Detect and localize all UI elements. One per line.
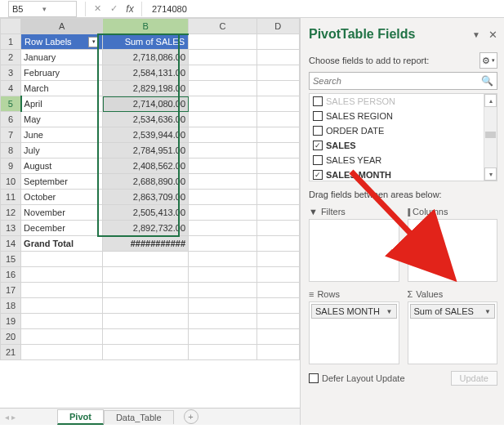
tab-data-table[interactable]: Data_Table [104,410,174,424]
row-header[interactable]: 8 [1,143,21,158]
cell[interactable]: 2,408,562.00 [103,158,189,174]
chevron-down-icon[interactable]: ▼ [472,30,480,39]
cell[interactable]: September [21,174,103,190]
field-item[interactable]: ORDER DATE [310,123,484,138]
row-header[interactable]: 5 [1,96,21,112]
cell[interactable]: 2,718,086.00 [103,50,189,65]
checkbox-icon[interactable]: ✓ [313,170,323,180]
row-header[interactable]: 1 [1,34,21,50]
tab-pivot[interactable]: Pivot [57,409,104,425]
row-header[interactable]: 12 [1,205,21,221]
cell[interactable]: August [21,158,103,174]
cell[interactable]: 2,688,890.00 [103,174,189,190]
pivot-row-labels-header[interactable]: Row Labels▾ [21,34,102,49]
cell[interactable]: ########### [103,236,189,252]
row-header[interactable]: 7 [1,127,21,143]
values-field-pill[interactable]: Sum of SALES▼ [410,304,496,319]
field-item[interactable]: ✓SALES MONTH [310,167,484,181]
checkbox-icon[interactable]: ✓ [313,141,323,150]
field-item[interactable]: SALES PERSON [310,94,484,109]
check-icon[interactable]: ✓ [105,1,122,17]
grid-area[interactable]: ABCD1Row Labels▾Sum of SALES2January2,71… [0,18,300,408]
row-header[interactable]: 4 [1,81,21,96]
rows-field-pill[interactable]: SALES MONTH▼ [311,304,397,319]
cell[interactable]: 2,539,944.00 [103,127,189,143]
col-header-A[interactable]: A [21,19,103,34]
formula-value[interactable]: 2714080 [145,4,187,14]
cell[interactable]: 2,534,636.00 [103,112,189,127]
cell[interactable]: October [21,190,103,205]
row-header[interactable]: 10 [1,174,21,190]
fx-icon[interactable]: fx [122,1,138,17]
chevron-down-icon[interactable]: ▼ [386,308,393,315]
row-header[interactable]: 14 [1,236,21,252]
row-header[interactable]: 3 [1,65,21,81]
scroll-up-icon[interactable]: ▴ [484,94,497,107]
row-header[interactable]: 9 [1,158,21,174]
row-header[interactable]: 13 [1,221,21,236]
field-item[interactable]: SALES REGION [310,109,484,123]
row-header[interactable]: 21 [1,345,21,360]
cell[interactable]: January [21,50,103,65]
row-header[interactable]: 20 [1,329,21,345]
cell[interactable]: 2,829,198.00 [103,81,189,96]
checkbox-icon[interactable] [313,155,323,165]
cell[interactable]: February [21,65,103,81]
defer-update-checkbox[interactable]: Defer Layout Update [309,373,405,383]
row-header[interactable]: 2 [1,50,21,65]
row-header[interactable]: 18 [1,298,21,314]
row-header[interactable]: 15 [1,252,21,267]
scroll-down-icon[interactable]: ▾ [484,167,497,181]
filters-dropzone[interactable] [309,219,399,282]
row-header[interactable]: 19 [1,314,21,329]
cell[interactable]: 2,584,131.00 [103,65,189,81]
chevron-down-icon[interactable]: ▼ [484,308,491,315]
filter-dropdown-icon[interactable]: ▾ [88,37,99,47]
cell[interactable]: 2,714,080.00 [103,96,189,112]
field-item[interactable]: SALES YEAR [310,153,484,167]
col-header-D[interactable]: D [256,19,299,34]
chevron-down-icon[interactable]: ▾ [42,5,73,13]
separator [141,2,142,16]
row-header[interactable]: 17 [1,283,21,298]
cell[interactable]: April [21,96,103,112]
layout-options-button[interactable]: ⚙▾ [479,52,497,69]
update-button[interactable]: Update [451,371,497,386]
col-header-C[interactable]: C [189,19,257,34]
gear-icon: ⚙ [482,56,490,66]
cell[interactable]: December [21,221,103,236]
rows-dropzone[interactable]: SALES MONTH▼ [309,301,399,364]
field-item[interactable]: ✓SALES [310,138,484,153]
rows-icon: ≡ [309,289,314,299]
cell[interactable]: March [21,81,103,96]
checkbox-icon[interactable] [313,126,323,136]
cell[interactable]: June [21,127,103,143]
row-header[interactable]: 11 [1,190,21,205]
cell[interactable]: 2,784,951.00 [103,143,189,158]
cell[interactable]: May [21,112,103,127]
checkbox-icon[interactable] [313,111,323,121]
add-sheet-button[interactable]: + [184,409,198,424]
cell[interactable]: Grand Total [21,236,103,252]
scroll-thumb[interactable] [485,132,496,138]
col-header-B[interactable]: B [103,19,189,34]
field-label: SALES [326,141,356,150]
cancel-icon[interactable]: ✕ [89,1,105,17]
cell[interactable]: July [21,143,103,158]
checkbox-icon[interactable] [313,96,323,106]
scrollbar[interactable]: ▴ ▾ [484,94,497,181]
values-dropzone[interactable]: Sum of SALES▼ [408,301,498,364]
cell[interactable]: 2,863,709.00 [103,190,189,205]
row-header[interactable]: 16 [1,267,21,283]
name-box[interactable]: B5 ▾ [8,1,77,17]
checkbox-icon [309,373,319,383]
columns-dropzone[interactable] [408,219,498,282]
close-icon[interactable]: ✕ [488,29,497,41]
row-header[interactable]: 6 [1,112,21,127]
search-input[interactable] [313,76,481,86]
cell[interactable]: 2,892,732.00 [103,221,189,236]
cell[interactable]: 2,505,413.00 [103,205,189,221]
cell[interactable]: November [21,205,103,221]
tab-nav[interactable]: ◂ ▸ [5,413,16,422]
search-box[interactable]: 🔍 [309,72,497,90]
